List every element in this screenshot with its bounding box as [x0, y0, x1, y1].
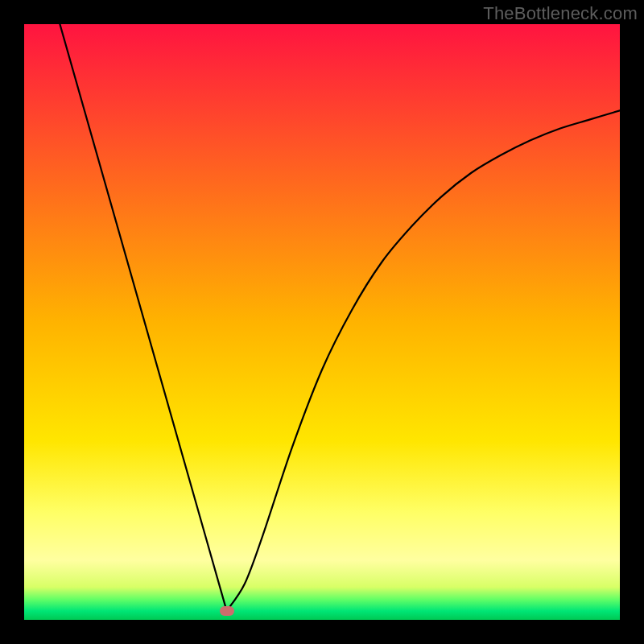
plot-area	[24, 24, 620, 620]
optimum-marker	[220, 606, 234, 616]
svg-rect-0	[24, 24, 620, 620]
gradient-background	[24, 24, 620, 620]
watermark-text: TheBottleneck.com	[483, 3, 638, 24]
chart-container: TheBottleneck.com	[0, 0, 644, 644]
